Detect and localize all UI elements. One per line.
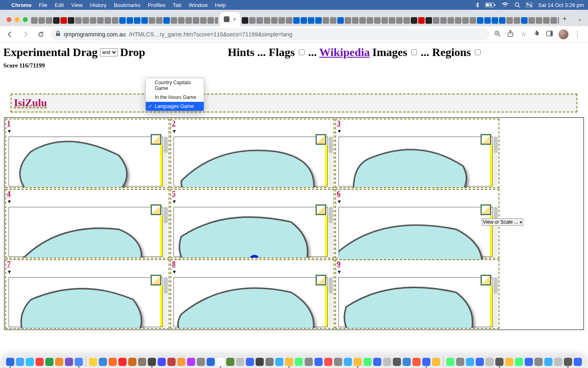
bg-tab[interactable] [46,17,52,24]
menu-window[interactable]: Window [189,2,207,8]
dock-app[interactable] [535,358,543,366]
dock-app[interactable] [354,358,362,366]
scrollbar-thumb[interactable] [164,207,168,223]
bg-tab[interactable] [97,17,104,24]
drop-cell-6[interactable]: 6▼View or Scale ... [335,189,499,258]
share-icon[interactable] [506,30,514,39]
dock-app[interactable] [334,358,342,366]
dock-app[interactable] [495,358,503,366]
bg-tab[interactable] [215,17,218,24]
bg-tab[interactable] [293,17,300,24]
cell-map[interactable] [174,277,328,327]
bg-tab[interactable] [543,17,550,24]
dock-app[interactable] [148,358,156,366]
cell-scrollbar[interactable] [164,137,168,186]
wikipedia-link[interactable]: Wikipedia [319,46,370,59]
bg-tab[interactable] [499,17,506,24]
bg-tab[interactable] [90,17,96,24]
bg-tab[interactable] [53,17,60,24]
note-icon[interactable] [151,134,161,145]
dock-app[interactable] [75,358,83,366]
drop-cell-7[interactable]: 7▼ [5,259,169,329]
dock-app[interactable] [45,358,53,366]
bg-tab[interactable] [82,17,89,24]
profile-avatar[interactable] [559,29,568,39]
scrollbar-thumb[interactable] [329,277,333,294]
dock[interactable] [2,354,586,368]
cell-expand-icon[interactable]: ▼ [337,269,342,275]
bg-tab[interactable] [323,17,329,24]
drag-word[interactable]: IsiZulu [14,97,47,109]
dock-app[interactable] [207,358,215,366]
cell-map[interactable] [339,207,493,257]
drop-cell-4[interactable]: 4▼ [5,189,169,258]
dock-app[interactable] [285,358,293,366]
sidepanel-icon[interactable] [546,31,554,38]
window-close-icon[interactable] [7,17,11,22]
dock-app[interactable] [236,358,244,366]
tab-list-dropdown[interactable]: ⌄ [574,13,586,25]
regions-checkbox[interactable] [475,49,481,55]
scrollbar-thumb[interactable] [494,277,498,294]
cell-expand-icon[interactable]: ▼ [172,199,177,204]
bg-tab[interactable] [477,17,483,24]
dock-app[interactable] [476,358,484,366]
bg-tab[interactable] [31,17,38,24]
cell-map[interactable] [339,137,493,186]
dock-app[interactable] [65,358,73,366]
bg-tab[interactable] [178,17,185,24]
address-bar[interactable]: rjmprogramming.com.au/HTMLCS…ry_game.htm… [51,28,489,40]
bg-tab[interactable] [374,17,381,24]
bg-tab[interactable] [521,17,528,24]
back-button[interactable] [4,29,16,40]
note-icon[interactable] [316,275,326,285]
dock-app[interactable] [305,358,313,366]
cell-expand-icon[interactable]: ▼ [7,128,12,134]
bg-tab[interactable] [352,17,359,24]
cell-scrollbar[interactable] [164,207,168,257]
dock-app[interactable] [275,358,283,366]
flags-checkbox[interactable] [299,49,305,55]
bg-tab[interactable] [38,17,45,24]
bg-tab[interactable] [264,17,270,24]
bg-tab[interactable] [141,17,148,24]
dock-app[interactable] [138,358,146,366]
bg-tab[interactable] [68,17,74,24]
bg-tab[interactable] [359,17,366,24]
scrollbar-thumb[interactable] [494,137,498,153]
cell-map[interactable] [9,137,163,186]
bg-tab[interactable] [271,17,278,24]
dock-app[interactable] [16,358,24,366]
dock-app[interactable] [373,358,381,366]
dock-app[interactable] [564,358,572,366]
scrollbar-thumb[interactable] [164,137,168,153]
dock-app[interactable] [187,358,195,366]
bg-tab[interactable] [484,17,491,24]
bg-tab[interactable] [506,17,513,24]
bg-tab[interactable] [550,17,557,24]
cell-expand-icon[interactable]: ▼ [7,269,12,275]
cell-map[interactable] [339,277,493,327]
dock-app[interactable] [246,358,254,366]
scrollbar-thumb[interactable] [164,277,168,294]
drop-cell-5[interactable]: 5▼ [170,189,334,258]
view-or-scale-select[interactable]: View or Scale ... [482,218,523,226]
drop-cell-2[interactable]: 2▼ [170,119,334,188]
menu-view[interactable]: View [71,2,82,8]
cell-map[interactable] [174,137,328,186]
cell-expand-icon[interactable]: ▼ [337,199,342,204]
bg-tab[interactable] [171,17,177,24]
bg-tab[interactable] [403,17,410,24]
bg-tab[interactable] [256,17,263,24]
bg-tab[interactable] [105,17,111,24]
dock-app[interactable] [36,358,44,366]
dock-app[interactable] [314,358,323,366]
cell-scrollbar[interactable] [329,277,333,327]
dock-app[interactable] [505,358,513,366]
dock-app[interactable] [525,358,533,366]
menubar-app[interactable]: Chrome [11,2,31,8]
cell-scrollbar[interactable] [164,277,168,327]
dock-app[interactable] [26,358,34,366]
menu-file[interactable]: File [39,2,47,8]
dock-app[interactable] [226,358,234,366]
